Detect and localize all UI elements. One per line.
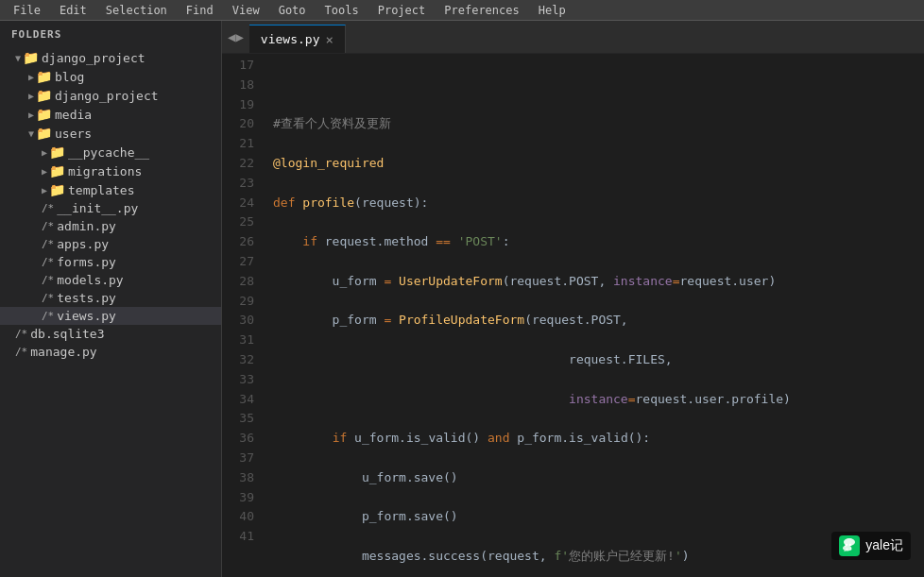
menu-find[interactable]: Find [177,0,223,21]
sidebar-item-users[interactable]: ▼ 📁 users [0,124,221,143]
sidebar-item-forms-py[interactable]: /* forms.py [0,253,221,271]
menubar: File Edit Selection Find View Goto Tools… [0,0,924,21]
file-label: manage.py [30,345,96,359]
folder-icon: 📁 [36,88,51,103]
code-content[interactable]: #查看个人资料及更新 @login_required def profile(r… [262,54,924,577]
file-label: views.py [57,309,116,323]
sidebar-item-media[interactable]: ▶ 📁 media [0,105,221,124]
code-editor[interactable]: 17 18 19 20 21 22 23 24 25 26 27 28 29 3… [222,54,924,577]
folder-icon: 📁 [36,69,51,84]
menu-project[interactable]: Project [368,0,436,21]
sidebar-item-manage-py[interactable]: /* manage.py [0,343,221,361]
sidebar-item-db-sqlite3[interactable]: /* db.sqlite3 [0,325,221,343]
menu-file[interactable]: File [4,0,50,21]
menu-tools[interactable]: Tools [316,0,368,21]
folder-label: blog [55,70,84,84]
folder-icon: 📁 [49,163,64,178]
sidebar: FOLDERS ▼ 📁 django_project ▶ 📁 blog ▶ 📁 … [0,21,222,577]
file-label: forms.py [57,255,116,269]
tab-close-button[interactable]: × [325,33,333,46]
folder-label: __pycache__ [68,145,149,160]
folder-icon: 📁 [36,126,51,141]
file-label: apps.py [57,237,109,251]
nav-arrows[interactable]: ◀▶ [222,21,249,53]
sidebar-item-templates[interactable]: ▶ 📁 templates [0,180,221,199]
menu-preferences[interactable]: Preferences [435,0,528,21]
sidebar-title: FOLDERS [0,21,221,48]
menu-help[interactable]: Help [529,0,575,21]
folder-label: django_project [42,51,145,65]
sidebar-item-migrations[interactable]: ▶ 📁 migrations [0,161,221,180]
tab-views-py[interactable]: views.py × [249,25,346,53]
file-label: db.sqlite3 [30,327,104,341]
folder-label: templates [68,183,134,197]
folder-icon: 📁 [49,144,64,160]
menu-view[interactable]: View [223,0,269,21]
watermark-text: yale记 [865,537,903,554]
sidebar-item-views-py[interactable]: /* views.py [0,307,221,325]
file-label: __init__.py [57,201,138,215]
folder-label: migrations [68,164,142,178]
tab-label: views.py [261,32,320,46]
main-layout: FOLDERS ▼ 📁 django_project ▶ 📁 blog ▶ 📁 … [0,21,924,577]
editor-area: ◀▶ views.py × 17 18 19 20 21 22 23 24 25… [222,21,924,577]
folder-icon: 📁 [36,107,51,122]
sidebar-item-pycache[interactable]: ▶ 📁 __pycache__ [0,143,221,161]
file-label: admin.py [57,219,116,233]
sidebar-item-django-project2[interactable]: ▶ 📁 django_project [0,86,221,105]
folder-label: media [55,108,92,122]
sidebar-item-blog[interactable]: ▶ 📁 blog [0,67,221,86]
sidebar-item-init-py[interactable]: /* __init__.py [0,199,221,217]
sidebar-item-django-project[interactable]: ▼ 📁 django_project [0,48,221,67]
tab-bar: ◀▶ views.py × [222,21,924,54]
sidebar-item-tests-py[interactable]: /* tests.py [0,289,221,307]
folder-label: users [55,127,92,141]
watermark: yale记 [831,532,911,560]
sidebar-item-admin-py[interactable]: /* admin.py [0,217,221,235]
folder-icon: 📁 [23,50,38,65]
menu-edit[interactable]: Edit [50,0,96,21]
line-numbers: 17 18 19 20 21 22 23 24 25 26 27 28 29 3… [222,54,262,577]
menu-selection[interactable]: Selection [96,0,177,21]
wechat-icon [839,535,860,556]
sidebar-item-apps-py[interactable]: /* apps.py [0,235,221,253]
file-label: tests.py [57,291,116,305]
menu-goto[interactable]: Goto [269,0,316,21]
folder-icon: 📁 [49,182,64,197]
folder-label: django_project [55,89,159,103]
sidebar-item-models-py[interactable]: /* models.py [0,271,221,289]
file-label: models.py [57,273,123,287]
